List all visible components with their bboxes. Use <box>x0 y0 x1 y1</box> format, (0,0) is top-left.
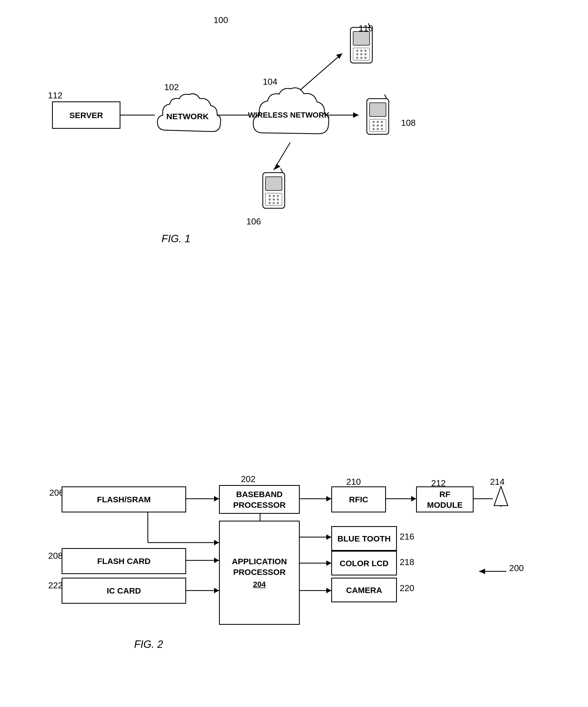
app-processor-box: APPLICATION PROCESSOR 204 <box>219 521 300 625</box>
svg-point-45 <box>364 53 367 55</box>
svg-marker-16 <box>411 496 416 502</box>
ref-216: 216 <box>400 532 414 542</box>
network-label: NETWORK <box>167 112 209 121</box>
svg-point-70 <box>273 198 275 201</box>
ref-108: 108 <box>401 118 415 128</box>
rf-module-label: RF MODULE <box>427 489 463 510</box>
server-box: SERVER <box>52 101 120 129</box>
svg-point-69 <box>268 198 271 201</box>
svg-point-55 <box>381 121 383 123</box>
flash-card-box: FLASH CARD <box>62 548 186 574</box>
svg-point-41 <box>360 49 362 52</box>
app-processor-num: 204 <box>253 580 266 590</box>
svg-point-68 <box>277 195 279 197</box>
svg-marker-21 <box>326 561 331 566</box>
svg-point-54 <box>377 121 379 123</box>
svg-point-74 <box>277 202 279 204</box>
svg-rect-38 <box>353 32 370 45</box>
svg-point-67 <box>273 195 275 197</box>
svg-point-58 <box>381 125 383 127</box>
svg-marker-25 <box>214 558 219 563</box>
svg-point-59 <box>373 128 375 130</box>
svg-point-47 <box>360 57 362 59</box>
svg-point-57 <box>377 125 379 127</box>
svg-marker-19 <box>326 534 331 540</box>
flash-card-label: FLASH CARD <box>97 556 151 566</box>
svg-point-40 <box>356 49 358 52</box>
blue-tooth-box: BLUE TOOTH <box>331 526 397 551</box>
wireless-network-cloud: WIRELESS NETWORK <box>246 82 331 148</box>
ic-card-box: IC CARD <box>62 578 186 604</box>
ic-card-label: IC CARD <box>107 585 141 596</box>
svg-point-53 <box>373 121 375 123</box>
server-label: SERVER <box>70 110 103 121</box>
svg-rect-51 <box>370 103 386 116</box>
svg-marker-12 <box>214 540 219 545</box>
fig1-caption: FIG. 1 <box>161 233 190 245</box>
camera-box: CAMERA <box>331 578 397 602</box>
svg-point-48 <box>364 57 367 59</box>
network-cloud: NETWORK <box>152 89 223 144</box>
svg-point-46 <box>356 57 358 59</box>
ref-110: 110 <box>359 23 373 33</box>
rf-module-box: RF MODULE <box>416 486 474 512</box>
flash-sram-label: FLASH/SRAM <box>97 494 151 505</box>
svg-marker-75 <box>494 486 508 506</box>
svg-point-42 <box>364 49 367 52</box>
ref-200: 200 <box>509 563 524 573</box>
page: 100 112 SERVER 102 NETWORK 104 WIRELESS … <box>0 0 588 707</box>
svg-point-60 <box>377 128 379 130</box>
ref-218: 218 <box>400 557 414 567</box>
baseband-box: BASEBAND PROCESSOR <box>219 485 300 514</box>
ref-210: 210 <box>346 477 361 487</box>
svg-point-71 <box>277 198 279 201</box>
svg-point-61 <box>381 128 383 130</box>
ref-112: 112 <box>48 91 63 101</box>
fig2-caption: FIG. 2 <box>134 639 163 650</box>
blue-tooth-label: BLUE TOOTH <box>337 533 391 544</box>
ref-220: 220 <box>400 583 414 593</box>
svg-point-73 <box>273 202 275 204</box>
svg-point-56 <box>373 125 375 127</box>
svg-marker-9 <box>214 496 219 502</box>
svg-marker-14 <box>326 496 331 502</box>
ref-100: 100 <box>214 15 228 25</box>
app-processor-label: APPLICATION PROCESSOR <box>232 556 287 577</box>
svg-marker-5 <box>353 112 359 118</box>
svg-marker-23 <box>326 588 331 593</box>
svg-point-66 <box>268 195 271 197</box>
phone-106 <box>257 167 290 212</box>
svg-point-44 <box>360 53 362 55</box>
color-lcd-label: COLOR LCD <box>340 558 389 569</box>
flash-sram-box: FLASH/SRAM <box>62 486 186 512</box>
rfic-box: RFIC <box>331 486 386 512</box>
wireless-label: WIRELESS NETWORK <box>248 111 330 120</box>
baseband-label: BASEBAND PROCESSOR <box>233 489 286 510</box>
rfic-label: RFIC <box>349 494 368 505</box>
svg-marker-3 <box>336 54 342 59</box>
antenna-icon <box>493 485 509 507</box>
ref-106: 106 <box>246 216 261 227</box>
ref-202: 202 <box>241 474 255 484</box>
camera-label: CAMERA <box>346 585 382 596</box>
svg-point-72 <box>268 202 271 204</box>
phone-108 <box>361 93 394 138</box>
svg-point-43 <box>356 53 358 55</box>
svg-rect-64 <box>265 177 282 191</box>
svg-marker-35 <box>479 569 485 574</box>
svg-marker-27 <box>214 588 219 593</box>
ref-208: 208 <box>48 551 63 561</box>
ref-222: 222 <box>48 580 63 591</box>
color-lcd-box: COLOR LCD <box>331 551 397 575</box>
